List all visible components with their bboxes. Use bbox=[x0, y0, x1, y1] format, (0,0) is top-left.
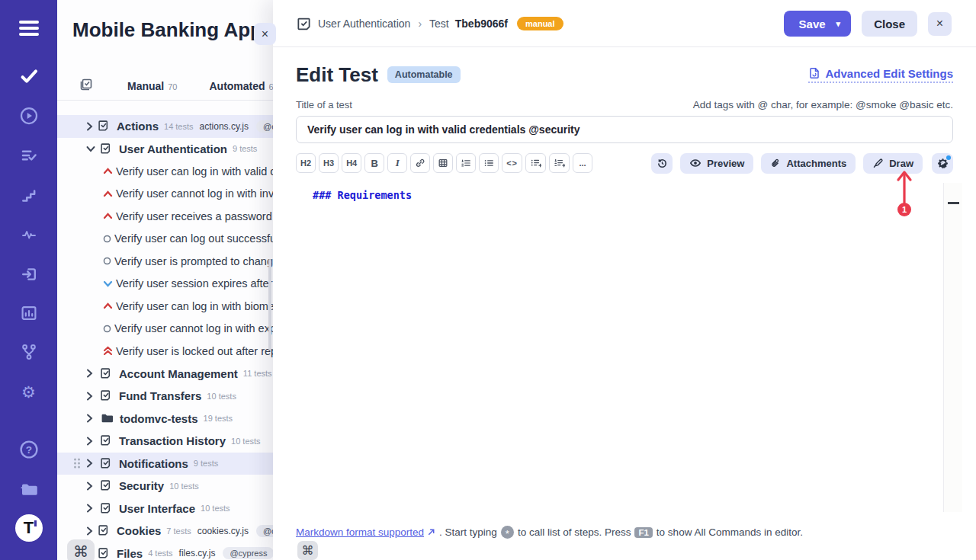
test-plans-icon[interactable] bbox=[19, 147, 38, 165]
tab-automated[interactable]: Automated 62 bbox=[209, 80, 278, 92]
tree-suite-row[interactable]: Fund Transfers 10 tests bbox=[57, 385, 273, 408]
attachments-button[interactable]: Attachments bbox=[761, 153, 856, 174]
suite-label: Fund Transfers bbox=[119, 389, 201, 402]
panel-close-icon[interactable]: × bbox=[254, 23, 276, 45]
pulse-analytics-icon[interactable] bbox=[19, 227, 38, 242]
test-title-input[interactable] bbox=[296, 116, 953, 143]
table-button[interactable] bbox=[433, 153, 453, 173]
suite-label: User Authentication bbox=[119, 142, 227, 155]
heading-3-button[interactable]: H3 bbox=[319, 153, 339, 173]
page-title: Edit Test bbox=[296, 63, 378, 87]
editor-minimap[interactable] bbox=[943, 183, 962, 512]
tree-suite-row[interactable]: Security 10 tests bbox=[57, 475, 273, 498]
drag-handle-icon[interactable] bbox=[74, 459, 80, 469]
code-button[interactable]: <> bbox=[502, 153, 522, 173]
reports-chart-icon[interactable] bbox=[20, 304, 38, 322]
editor-settings-button[interactable] bbox=[932, 153, 953, 174]
markdown-format-link[interactable]: Markdown format supported bbox=[296, 526, 435, 538]
menu-icon[interactable] bbox=[19, 21, 39, 36]
suite-label: Notifications bbox=[119, 457, 188, 470]
app-root: ⚙?T Mobile Banking App Manual 70 Automat… bbox=[0, 0, 976, 560]
tree-test-row[interactable]: Verify user is prompted to change passwo… bbox=[57, 250, 273, 273]
chevron-icon[interactable] bbox=[86, 122, 93, 131]
chevron-icon[interactable] bbox=[86, 459, 95, 468]
help-icon[interactable]: ? bbox=[19, 440, 39, 459]
manual-badge: manual bbox=[517, 17, 563, 30]
advanced-edit-settings-link[interactable]: Advanced Edit Settings bbox=[808, 67, 953, 83]
more-button[interactable]: ... bbox=[573, 153, 592, 173]
tree-suite-row[interactable]: Cookies 7 tests cookies.cy.js@cypress bbox=[57, 520, 273, 542]
tree-test-row[interactable]: Verify user can log in with biometrics bbox=[57, 295, 273, 318]
save-dropdown-caret-icon[interactable]: ▾ bbox=[836, 19, 841, 29]
import-icon[interactable] bbox=[20, 265, 38, 283]
paperclip-icon bbox=[770, 158, 781, 169]
close-button[interactable]: Close bbox=[862, 11, 917, 37]
suite-test-count: 10 tests bbox=[169, 482, 199, 491]
tab-manual[interactable]: Manual 70 bbox=[127, 80, 177, 92]
suite-test-count: 10 tests bbox=[231, 437, 261, 446]
history-button[interactable] bbox=[651, 153, 673, 174]
chevron-icon[interactable] bbox=[86, 369, 95, 378]
suite-test-count: 9 tests bbox=[194, 459, 218, 468]
save-button[interactable]: Save ▾ bbox=[784, 11, 852, 37]
ordered-list-button[interactable] bbox=[456, 153, 476, 173]
priority-icon bbox=[103, 280, 113, 287]
chevron-icon[interactable] bbox=[86, 146, 95, 152]
tree-suite-row[interactable]: todomvc-tests 19 tests bbox=[57, 408, 273, 430]
settings-gear-icon[interactable]: ⚙ bbox=[21, 384, 36, 400]
runs-play-icon[interactable] bbox=[19, 107, 38, 126]
bullet-list-button[interactable] bbox=[479, 153, 499, 173]
tree-suite-row[interactable]: User Authentication 9 tests bbox=[57, 138, 273, 161]
tree-suite-row[interactable]: Transaction History 10 tests bbox=[57, 430, 273, 453]
tree-scrollbar[interactable] bbox=[268, 259, 271, 350]
chevron-icon[interactable] bbox=[86, 482, 95, 491]
suite-label: Security bbox=[119, 479, 164, 492]
test-title: Verify user receives a password reset em… bbox=[116, 210, 273, 222]
preview-button[interactable]: Preview bbox=[680, 153, 753, 174]
app-logo[interactable]: T bbox=[15, 514, 43, 542]
bold-button[interactable]: B bbox=[364, 153, 384, 173]
editor-content[interactable]: ### Requirements bbox=[313, 189, 412, 201]
chevron-icon[interactable] bbox=[86, 437, 95, 446]
check-icon[interactable] bbox=[19, 67, 39, 85]
tree-test-row[interactable]: Verify user can log in with valid creden… bbox=[57, 160, 273, 183]
tree-suite-row[interactable]: User Interface 10 tests bbox=[57, 498, 273, 520]
suite-icon bbox=[100, 412, 114, 424]
tree-suite-row[interactable]: Actions 14 tests actions.cy.js@cypress bbox=[57, 115, 273, 138]
tree-test-row[interactable]: Verify user is locked out after repeated… bbox=[57, 340, 273, 363]
draw-button[interactable]: Draw bbox=[863, 153, 923, 174]
f1-key-badge: F1 bbox=[634, 527, 652, 538]
suite-icon bbox=[100, 457, 113, 470]
star-key-badge: * bbox=[501, 526, 514, 539]
branch-icon[interactable] bbox=[20, 343, 38, 361]
breadcrumb-suite[interactable]: User Authentication bbox=[318, 18, 410, 30]
projects-folder-icon[interactable] bbox=[18, 480, 40, 498]
markdown-editor[interactable]: ### Requirements bbox=[273, 183, 976, 514]
add-numbered-steps-button[interactable] bbox=[549, 153, 570, 173]
close-x-icon[interactable]: × bbox=[928, 12, 952, 36]
tag-badge: @cypress bbox=[256, 120, 273, 133]
test-title: Verify user can log in with valid creden… bbox=[116, 165, 273, 178]
suite-label: todomvc-tests bbox=[120, 412, 198, 425]
priority-icon bbox=[103, 257, 111, 265]
heading-2-button[interactable]: H2 bbox=[296, 153, 316, 173]
chevron-icon[interactable] bbox=[86, 414, 95, 423]
link-button[interactable] bbox=[410, 153, 430, 173]
suite-icon bbox=[100, 434, 113, 447]
heading-4-button[interactable]: H4 bbox=[342, 153, 361, 173]
tree-test-row[interactable]: Verify user receives a password reset em… bbox=[57, 205, 273, 228]
test-title: Verify user can log out successfully bbox=[114, 232, 273, 245]
suite-test-count: 10 tests bbox=[207, 392, 236, 401]
chevron-icon[interactable] bbox=[86, 504, 95, 513]
tree-suite-row[interactable]: Notifications 9 tests bbox=[57, 453, 273, 475]
chevron-icon[interactable] bbox=[86, 526, 93, 536]
steps-icon[interactable] bbox=[20, 187, 38, 204]
tree-test-row[interactable]: Verify user cannot log in with invalid c… bbox=[57, 183, 273, 206]
add-bullet-steps-button[interactable] bbox=[525, 153, 546, 173]
tree-test-row[interactable]: Verify user can log out successfully bbox=[57, 228, 273, 251]
chevron-icon[interactable] bbox=[86, 392, 95, 401]
tree-test-row[interactable]: Verify user cannot log in with expired c… bbox=[57, 318, 273, 341]
tree-test-row[interactable]: Verify user session expires after inacti… bbox=[57, 273, 273, 296]
italic-button[interactable]: I bbox=[387, 153, 407, 173]
tree-suite-row[interactable]: Account Management 11 tests bbox=[57, 363, 273, 386]
